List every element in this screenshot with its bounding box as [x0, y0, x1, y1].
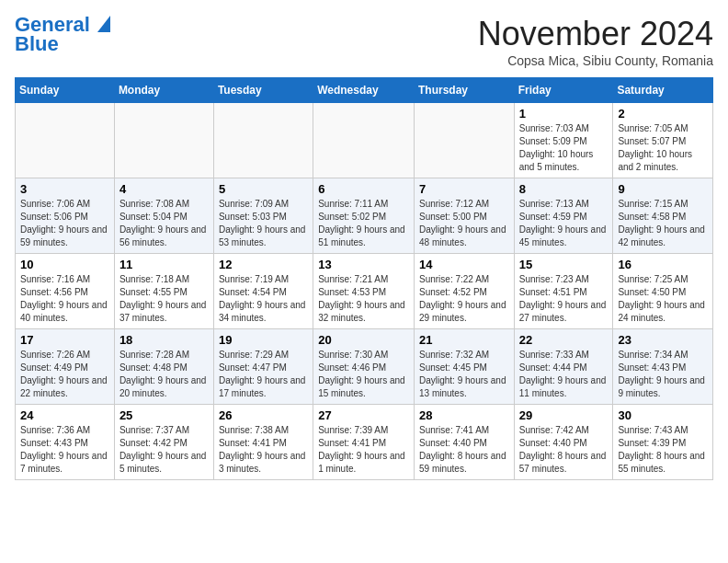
logo-triangle-icon — [97, 16, 110, 36]
day-number: 24 — [20, 408, 109, 422]
day-number: 21 — [419, 333, 509, 347]
day-cell: 21Sunrise: 7:32 AM Sunset: 4:45 PM Dayli… — [414, 329, 514, 405]
day-number: 27 — [318, 408, 409, 422]
day-cell: 22Sunrise: 7:33 AM Sunset: 4:44 PM Dayli… — [514, 329, 613, 405]
day-number: 26 — [219, 408, 308, 422]
day-info: Sunrise: 7:38 AM Sunset: 4:41 PM Dayligh… — [219, 424, 308, 476]
day-number: 23 — [618, 333, 708, 347]
day-number: 28 — [419, 408, 509, 422]
day-info: Sunrise: 7:43 AM Sunset: 4:39 PM Dayligh… — [618, 424, 708, 476]
day-cell: 5Sunrise: 7:09 AM Sunset: 5:03 PM Daylig… — [213, 178, 313, 254]
day-info: Sunrise: 7:33 AM Sunset: 4:44 PM Dayligh… — [519, 349, 609, 400]
day-info: Sunrise: 7:16 AM Sunset: 4:56 PM Dayligh… — [20, 273, 109, 325]
day-cell: 28Sunrise: 7:41 AM Sunset: 4:40 PM Dayli… — [414, 405, 514, 480]
day-cell — [313, 103, 415, 178]
day-cell: 19Sunrise: 7:29 AM Sunset: 4:47 PM Dayli… — [213, 329, 313, 405]
month-title: November 2024 — [478, 15, 713, 53]
day-info: Sunrise: 7:21 AM Sunset: 4:53 PM Dayligh… — [318, 273, 409, 325]
day-cell — [414, 103, 514, 178]
day-number: 9 — [618, 182, 708, 196]
day-info: Sunrise: 7:18 AM Sunset: 4:55 PM Dayligh… — [119, 273, 209, 325]
day-number: 18 — [119, 333, 209, 347]
svg-marker-0 — [97, 16, 110, 32]
weekday-header-tuesday: Tuesday — [213, 78, 313, 103]
day-info: Sunrise: 7:26 AM Sunset: 4:49 PM Dayligh… — [20, 349, 109, 400]
weekday-header-friday: Friday — [514, 78, 613, 103]
day-cell: 24Sunrise: 7:36 AM Sunset: 4:43 PM Dayli… — [16, 405, 115, 480]
weekday-header-row: SundayMondayTuesdayWednesdayThursdayFrid… — [16, 78, 713, 103]
weekday-header-saturday: Saturday — [613, 78, 713, 103]
day-number: 16 — [618, 258, 708, 271]
day-number: 4 — [119, 182, 209, 196]
day-info: Sunrise: 7:19 AM Sunset: 4:54 PM Dayligh… — [219, 273, 308, 325]
day-cell: 20Sunrise: 7:30 AM Sunset: 4:46 PM Dayli… — [313, 329, 415, 405]
day-number: 25 — [119, 408, 209, 422]
day-number: 8 — [519, 182, 609, 196]
day-info: Sunrise: 7:28 AM Sunset: 4:48 PM Dayligh… — [119, 349, 209, 400]
week-row-4: 17Sunrise: 7:26 AM Sunset: 4:49 PM Dayli… — [16, 329, 713, 405]
day-cell: 25Sunrise: 7:37 AM Sunset: 4:42 PM Dayli… — [114, 405, 213, 480]
day-cell: 29Sunrise: 7:42 AM Sunset: 4:40 PM Dayli… — [514, 405, 613, 480]
day-info: Sunrise: 7:03 AM Sunset: 5:09 PM Dayligh… — [519, 122, 609, 174]
day-cell — [213, 103, 313, 178]
day-info: Sunrise: 7:25 AM Sunset: 4:50 PM Dayligh… — [618, 273, 708, 325]
location-title: Copsa Mica, Sibiu County, Romania — [478, 53, 713, 68]
day-cell: 26Sunrise: 7:38 AM Sunset: 4:41 PM Dayli… — [213, 405, 313, 480]
weekday-header-wednesday: Wednesday — [313, 78, 415, 103]
day-info: Sunrise: 7:37 AM Sunset: 4:42 PM Dayligh… — [119, 424, 209, 476]
day-number: 13 — [318, 258, 409, 271]
day-cell: 27Sunrise: 7:39 AM Sunset: 4:41 PM Dayli… — [313, 405, 415, 480]
day-number: 3 — [20, 182, 109, 196]
day-info: Sunrise: 7:29 AM Sunset: 4:47 PM Dayligh… — [219, 349, 308, 400]
day-number: 14 — [419, 258, 509, 271]
day-cell: 1Sunrise: 7:03 AM Sunset: 5:09 PM Daylig… — [514, 103, 613, 178]
weekday-header-thursday: Thursday — [414, 78, 514, 103]
header: General Blue November 2024 Copsa Mica, S… — [15, 15, 713, 68]
day-cell: 30Sunrise: 7:43 AM Sunset: 4:39 PM Dayli… — [613, 405, 713, 480]
day-cell: 13Sunrise: 7:21 AM Sunset: 4:53 PM Dayli… — [313, 254, 415, 329]
day-cell — [16, 103, 115, 178]
day-info: Sunrise: 7:05 AM Sunset: 5:07 PM Dayligh… — [618, 122, 708, 174]
day-info: Sunrise: 7:06 AM Sunset: 5:06 PM Dayligh… — [20, 198, 109, 249]
day-cell: 2Sunrise: 7:05 AM Sunset: 5:07 PM Daylig… — [613, 103, 713, 178]
day-info: Sunrise: 7:08 AM Sunset: 5:04 PM Dayligh… — [119, 198, 209, 249]
day-number: 12 — [219, 258, 308, 271]
day-cell: 15Sunrise: 7:23 AM Sunset: 4:51 PM Dayli… — [514, 254, 613, 329]
day-number: 10 — [20, 258, 109, 271]
day-info: Sunrise: 7:22 AM Sunset: 4:52 PM Dayligh… — [419, 273, 509, 325]
day-number: 30 — [618, 408, 708, 422]
day-info: Sunrise: 7:09 AM Sunset: 5:03 PM Dayligh… — [219, 198, 308, 249]
day-info: Sunrise: 7:15 AM Sunset: 4:58 PM Dayligh… — [618, 198, 708, 249]
day-cell: 18Sunrise: 7:28 AM Sunset: 4:48 PM Dayli… — [114, 329, 213, 405]
day-cell — [114, 103, 213, 178]
day-cell: 12Sunrise: 7:19 AM Sunset: 4:54 PM Dayli… — [213, 254, 313, 329]
logo-blue: Blue — [15, 32, 59, 56]
day-info: Sunrise: 7:36 AM Sunset: 4:43 PM Dayligh… — [20, 424, 109, 476]
day-info: Sunrise: 7:32 AM Sunset: 4:45 PM Dayligh… — [419, 349, 509, 400]
logo: General Blue — [15, 15, 110, 56]
week-row-5: 24Sunrise: 7:36 AM Sunset: 4:43 PM Dayli… — [16, 405, 713, 480]
day-info: Sunrise: 7:39 AM Sunset: 4:41 PM Dayligh… — [318, 424, 409, 476]
day-number: 2 — [618, 107, 708, 121]
day-cell: 9Sunrise: 7:15 AM Sunset: 4:58 PM Daylig… — [613, 178, 713, 254]
day-info: Sunrise: 7:23 AM Sunset: 4:51 PM Dayligh… — [519, 273, 609, 325]
day-cell: 8Sunrise: 7:13 AM Sunset: 4:59 PM Daylig… — [514, 178, 613, 254]
day-number: 1 — [519, 107, 609, 121]
day-info: Sunrise: 7:42 AM Sunset: 4:40 PM Dayligh… — [519, 424, 609, 476]
title-area: November 2024 Copsa Mica, Sibiu County, … — [478, 15, 713, 68]
day-cell: 6Sunrise: 7:11 AM Sunset: 5:02 PM Daylig… — [313, 178, 415, 254]
week-row-3: 10Sunrise: 7:16 AM Sunset: 4:56 PM Dayli… — [16, 254, 713, 329]
day-info: Sunrise: 7:30 AM Sunset: 4:46 PM Dayligh… — [318, 349, 409, 400]
day-number: 15 — [519, 258, 609, 271]
day-info: Sunrise: 7:34 AM Sunset: 4:43 PM Dayligh… — [618, 349, 708, 400]
day-cell: 11Sunrise: 7:18 AM Sunset: 4:55 PM Dayli… — [114, 254, 213, 329]
day-cell: 23Sunrise: 7:34 AM Sunset: 4:43 PM Dayli… — [613, 329, 713, 405]
day-number: 6 — [318, 182, 409, 196]
day-info: Sunrise: 7:13 AM Sunset: 4:59 PM Dayligh… — [519, 198, 609, 249]
day-number: 19 — [219, 333, 308, 347]
weekday-header-sunday: Sunday — [16, 78, 115, 103]
day-cell: 16Sunrise: 7:25 AM Sunset: 4:50 PM Dayli… — [613, 254, 713, 329]
day-cell: 7Sunrise: 7:12 AM Sunset: 5:00 PM Daylig… — [414, 178, 514, 254]
day-info: Sunrise: 7:12 AM Sunset: 5:00 PM Dayligh… — [419, 198, 509, 249]
day-cell: 14Sunrise: 7:22 AM Sunset: 4:52 PM Dayli… — [414, 254, 514, 329]
